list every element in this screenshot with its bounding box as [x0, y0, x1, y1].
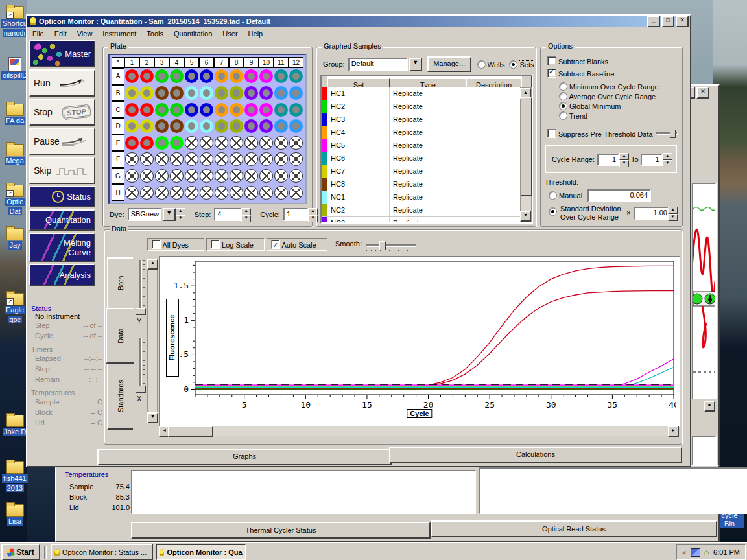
well-D2[interactable]: [139, 118, 154, 135]
nav-pause-button[interactable]: Pause: [29, 128, 95, 155]
suppress-slider[interactable]: [656, 132, 677, 134]
well-F12[interactable]: [289, 151, 303, 168]
well-D10[interactable]: [259, 118, 274, 135]
sample-row-HC5[interactable]: HC5Replicate: [322, 139, 521, 152]
optical-read-status-tab[interactable]: Optical Read Status: [431, 520, 717, 537]
step-input[interactable]: 4: [214, 208, 241, 221]
well-H6[interactable]: [199, 184, 214, 201]
well-C9[interactable]: [244, 101, 259, 118]
manual-threshold-radio[interactable]: [549, 191, 557, 200]
dye-spinner[interactable]: ▲▼: [176, 208, 185, 221]
well-F5[interactable]: [184, 151, 199, 168]
nav-stop-button[interactable]: StopSTOP: [29, 99, 95, 126]
well-G12[interactable]: [289, 168, 303, 185]
cycle-range-from-input[interactable]: 1: [597, 154, 619, 166]
well-H1[interactable]: [124, 184, 139, 201]
cycle-range-to-input[interactable]: 1: [641, 154, 663, 166]
well-D6[interactable]: [199, 118, 214, 135]
nav-master-button[interactable]: Master: [29, 40, 95, 67]
sample-row-NC3[interactable]: NC3Replicate: [322, 217, 521, 222]
well-C4[interactable]: [169, 101, 184, 118]
well-C12[interactable]: [289, 101, 303, 118]
well-C7[interactable]: [214, 101, 229, 118]
nav-run-button[interactable]: Run: [29, 69, 95, 97]
well-B9[interactable]: [244, 85, 259, 102]
well-G10[interactable]: [259, 168, 274, 185]
well-E4[interactable]: [169, 135, 184, 152]
sample-row-HC3[interactable]: HC3Replicate: [322, 113, 521, 126]
close-button[interactable]: ✕: [676, 16, 689, 27]
thermal-cycler-status-tab[interactable]: Thermal Cycler Status: [131, 522, 431, 539]
well-F9[interactable]: [244, 151, 259, 168]
y-zoom-slider[interactable]: Y: [136, 260, 146, 325]
well-E3[interactable]: [154, 135, 169, 152]
well-H2[interactable]: [139, 184, 154, 201]
cycle-range-from-spinner[interactable]: ▲▼: [619, 153, 629, 166]
well-F6[interactable]: [199, 151, 214, 168]
samples-scrollbar[interactable]: ▲ ▼: [520, 88, 532, 222]
group-select[interactable]: Default: [348, 58, 408, 71]
well-G1[interactable]: [124, 168, 139, 185]
well-F8[interactable]: [229, 151, 244, 168]
cycle-input[interactable]: 1: [283, 208, 308, 221]
maximize-button[interactable]: □: [661, 16, 674, 27]
sample-row-HC8[interactable]: HC8Replicate: [322, 178, 521, 191]
well-D9[interactable]: [244, 118, 259, 135]
well-H12[interactable]: [289, 184, 303, 201]
well-B4[interactable]: [169, 85, 184, 102]
well-E9[interactable]: [244, 135, 259, 152]
well-C3[interactable]: [154, 101, 169, 118]
baseline-minimum-over-cycle-range-radio[interactable]: [559, 82, 567, 91]
graph-tab-both[interactable]: Both: [107, 257, 133, 309]
wells-radio[interactable]: [477, 60, 486, 69]
well-D1[interactable]: [124, 118, 139, 135]
well-F7[interactable]: [214, 151, 229, 168]
well-E7[interactable]: [214, 135, 229, 152]
well-F3[interactable]: [154, 151, 169, 168]
baseline-trend-radio[interactable]: [559, 111, 567, 120]
menu-edit[interactable]: Edit: [49, 29, 72, 39]
well-D11[interactable]: [274, 118, 289, 135]
graph-scroll-right-icon[interactable]: ►: [668, 426, 679, 437]
well-A8[interactable]: [229, 68, 244, 85]
status-mini-scroll-right[interactable]: ►: [704, 401, 715, 412]
menu-user[interactable]: User: [217, 29, 243, 39]
well-G11[interactable]: [274, 168, 289, 185]
start-button[interactable]: Start: [1, 544, 40, 560]
well-G8[interactable]: [229, 168, 244, 185]
graph-hscroll-thumb[interactable]: [168, 426, 213, 437]
well-E1[interactable]: [124, 135, 139, 152]
smooth-slider-thumb[interactable]: [379, 241, 386, 250]
sample-row-HC4[interactable]: HC4Replicate: [322, 126, 521, 139]
well-H3[interactable]: [154, 184, 169, 201]
graph-scroll-up-icon[interactable]: ▲: [147, 259, 158, 270]
well-H9[interactable]: [244, 184, 259, 201]
menu-quantitation[interactable]: Quantitation: [169, 29, 217, 39]
step-spinner[interactable]: ▲▼: [241, 208, 251, 221]
title-bar[interactable]: Opticon Monitor : Quantitation - Sam_201…: [27, 16, 690, 27]
status-window-close-button[interactable]: ✕: [696, 87, 709, 99]
menu-help[interactable]: Help: [243, 29, 268, 39]
well-C11[interactable]: [274, 101, 289, 118]
well-G3[interactable]: [154, 168, 169, 185]
subtract-baseline-checkbox[interactable]: [547, 69, 556, 78]
minimize-button[interactable]: _: [647, 16, 660, 27]
well-H8[interactable]: [229, 184, 244, 201]
well-H10[interactable]: [259, 184, 274, 201]
well-G5[interactable]: [184, 168, 199, 185]
well-E6[interactable]: [199, 135, 214, 152]
subtract-blanks-checkbox[interactable]: [547, 56, 556, 65]
well-G9[interactable]: [244, 168, 259, 185]
menu-file[interactable]: File: [27, 29, 49, 39]
well-A5[interactable]: [184, 68, 199, 85]
x-zoom-slider[interactable]: X: [136, 338, 146, 409]
well-A12[interactable]: [289, 68, 303, 85]
well-C5[interactable]: [184, 101, 199, 118]
well-F2[interactable]: [139, 151, 154, 168]
sample-row-NC1[interactable]: NC1Replicate: [322, 191, 521, 204]
desktop-icon-lisa[interactable]: Lisa: [0, 503, 30, 526]
well-D5[interactable]: [184, 118, 199, 135]
well-F11[interactable]: [274, 151, 289, 168]
well-A11[interactable]: [274, 68, 289, 85]
well-D12[interactable]: [289, 118, 303, 135]
